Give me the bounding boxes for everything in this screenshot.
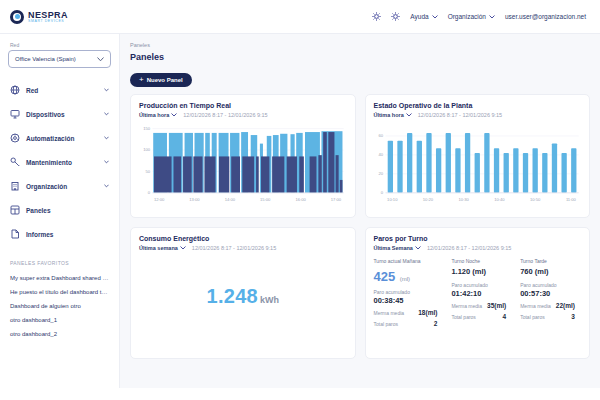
chevron-down-icon: [104, 136, 109, 140]
merma-turno-value: 1.120 (ml): [451, 267, 512, 276]
sidebar-item-automatizacion[interactable]: Automatización: [0, 126, 119, 150]
period-dropdown[interactable]: Última hora: [139, 112, 177, 118]
maintenance-icon: [10, 157, 20, 167]
total-paros-value: 2: [434, 320, 438, 327]
svg-text:17:00: 17:00: [331, 197, 342, 202]
settings-gear-icon[interactable]: [372, 12, 381, 21]
favorite-dashboard-link[interactable]: He puesto el título del dashboard tan...: [0, 285, 119, 299]
chevron-down-icon: [104, 88, 109, 92]
svg-text:100: 100: [143, 147, 151, 152]
chevron-down-icon: [97, 57, 104, 62]
paro-acumulado-value: 01:42:10: [451, 289, 512, 298]
chevron-down-icon: [406, 113, 412, 117]
main-content: Paneles Paneles + Nuevo Panel Producción…: [120, 34, 600, 388]
svg-text:150: 150: [143, 126, 151, 131]
help-label: Ayuda: [410, 13, 428, 20]
svg-text:40: 40: [378, 152, 383, 157]
energy-consumption-unit: kWh: [260, 295, 279, 305]
date-range: 12/01/2026 8:17 - 12/01/2026 9:15: [418, 112, 502, 118]
svg-text:10:30: 10:30: [458, 197, 469, 202]
energy-consumption-value: 1.248: [206, 285, 258, 307]
produccion-area-chart: 05010015012:0013:0014:0015:0016:0017:00: [139, 120, 347, 206]
page-title: Paneles: [130, 52, 590, 62]
svg-text:16:00: 16:00: [295, 197, 306, 202]
svg-text:15:00: 15:00: [260, 197, 271, 202]
globe-icon: [10, 85, 20, 95]
chevron-down-icon: [104, 184, 109, 188]
sidebar-item-informes[interactable]: Informes: [0, 222, 119, 246]
paro-acumulado-value: 00:57:30: [520, 289, 581, 298]
merma-media-value: 35(ml): [487, 302, 506, 309]
new-panel-button[interactable]: + Nuevo Panel: [130, 73, 192, 87]
favorite-dashboard-link[interactable]: My super extra Dashboard shared wit...: [0, 271, 119, 285]
chevron-down-icon: [171, 113, 177, 117]
period-dropdown[interactable]: Última semana: [139, 245, 186, 251]
chevron-down-icon: [104, 160, 109, 164]
favorite-dashboard-link[interactable]: otro dashboard_2: [0, 327, 119, 341]
organization-label: Organización: [448, 13, 486, 20]
chevron-down-icon: [180, 246, 186, 250]
period-dropdown[interactable]: Última hora: [374, 112, 412, 118]
sidebar-item-label: Mantenimiento: [26, 159, 72, 166]
sidebar-nav: Red Dispositivos Automatización Mantenim…: [0, 78, 119, 246]
breadcrumb: Paneles: [130, 42, 590, 48]
svg-text:10:50: 10:50: [530, 197, 541, 202]
estado-bar-chart: 020406010:1010:2010:3010:4010:5011:00: [374, 120, 582, 206]
total-paros-value: 4: [503, 313, 507, 320]
favorite-dashboard-link[interactable]: otro dashboard_1: [0, 313, 119, 327]
favorite-dashboard-link[interactable]: Dashboard de alguien otro: [0, 299, 119, 313]
plus-icon: +: [139, 77, 144, 83]
sidebar-item-red[interactable]: Red: [0, 78, 119, 102]
automation-icon: [10, 133, 20, 143]
svg-text:0: 0: [380, 190, 383, 195]
svg-text:60: 60: [378, 133, 383, 138]
paro-acumulado-value: 00:38:45: [374, 296, 444, 305]
card-produccion-tiempo-real: Producción en Tiempo Real Última hora 12…: [130, 94, 356, 218]
chevron-down-icon: [415, 246, 421, 250]
brand-tagline: SMART DEVICES: [28, 19, 68, 23]
chevron-down-icon: [489, 15, 495, 19]
svg-text:20: 20: [378, 171, 383, 176]
sidebar-item-label: Paneles: [26, 207, 51, 214]
network-selected-value: Office Valencia (Spain): [15, 56, 76, 62]
organization-menu[interactable]: Organización: [448, 13, 495, 20]
date-range: 12/01/2026 8:17 - 12/01/2026 9:15: [192, 245, 276, 251]
sidebar-item-organizacion[interactable]: Organización: [0, 174, 119, 198]
sidebar-item-label: Informes: [26, 231, 53, 238]
period-dropdown[interactable]: Última Semana: [374, 245, 421, 251]
card-title: Consumo Energético: [139, 235, 347, 242]
chevron-down-icon: [104, 112, 109, 116]
network-select-label: Red: [10, 42, 119, 48]
card-estado-operativo: Estado Operativo de la Planta Última hor…: [365, 94, 591, 218]
turno-column-noche: Turno Noche 1.120 (ml) Paro acumulado 01…: [451, 258, 512, 327]
sidebar: Red Office Valencia (Spain) Red Disposit…: [0, 34, 120, 388]
network-select[interactable]: Office Valencia (Spain): [8, 50, 111, 68]
card-title: Estado Operativo de la Planta: [374, 102, 582, 109]
brand-name: NESPRA: [28, 11, 68, 19]
svg-text:14:00: 14:00: [225, 197, 236, 202]
brand-logo[interactable]: NESPRA SMART DEVICES: [10, 10, 68, 24]
svg-text:13:00: 13:00: [189, 197, 200, 202]
chevron-down-icon: [432, 15, 438, 19]
help-menu[interactable]: Ayuda: [410, 13, 437, 20]
organization-icon: [10, 181, 20, 191]
preferences-gear-icon[interactable]: [391, 12, 400, 21]
svg-text:0: 0: [148, 190, 151, 195]
sidebar-item-dispositivos[interactable]: Dispositivos: [0, 102, 119, 126]
card-title: Paros por Turno: [374, 235, 582, 242]
svg-text:10:10: 10:10: [387, 197, 398, 202]
user-email-menu[interactable]: user.user@organizacion.net: [505, 13, 586, 20]
svg-text:11:00: 11:00: [565, 197, 576, 202]
sidebar-item-mantenimiento[interactable]: Mantenimiento: [0, 150, 119, 174]
merma-turno-value: 425: [374, 269, 396, 284]
merma-turno-value: 760 (ml): [520, 267, 581, 276]
panels-icon: [10, 205, 20, 215]
sidebar-item-paneles[interactable]: Paneles: [0, 198, 119, 222]
card-consumo-energetico: Consumo Energético Última semana 12/01/2…: [130, 227, 356, 359]
favorites-header: PANELES FAVORITOS: [10, 260, 109, 266]
logo-icon: [10, 10, 24, 24]
card-title: Producción en Tiempo Real: [139, 102, 347, 109]
date-range: 12/01/2026 8:17 - 12/01/2026 9:15: [427, 245, 511, 251]
svg-text:10:20: 10:20: [422, 197, 433, 202]
footer-strip: [0, 388, 600, 400]
